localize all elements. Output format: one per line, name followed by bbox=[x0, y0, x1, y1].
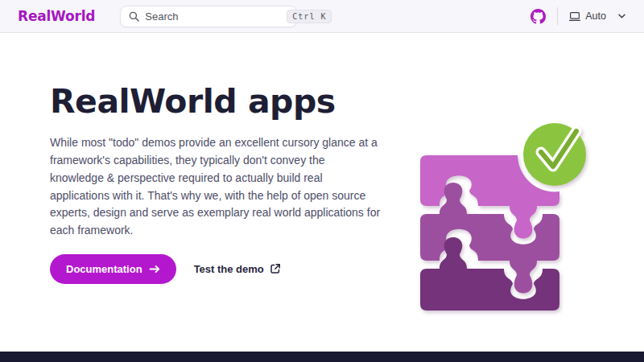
test-demo-label: Test the demo bbox=[194, 263, 264, 275]
laptop-icon bbox=[569, 11, 580, 22]
navbar-divider bbox=[557, 7, 558, 25]
github-icon[interactable] bbox=[530, 9, 546, 24]
logo[interactable]: RealWorld bbox=[18, 8, 95, 24]
footer-strip bbox=[0, 352, 644, 362]
search-shortcut-badge: Ctrl K bbox=[287, 10, 332, 23]
navbar-right: Auto bbox=[530, 7, 626, 25]
test-demo-link[interactable]: Test the demo bbox=[194, 263, 281, 275]
hero-text: RealWorld apps While most "todo" demos p… bbox=[50, 83, 388, 284]
check-circle-icon bbox=[523, 123, 586, 186]
puzzle-logo bbox=[415, 117, 604, 315]
search-icon bbox=[129, 11, 139, 22]
documentation-button[interactable]: Documentation bbox=[50, 254, 176, 284]
navbar: RealWorld Ctrl K Auto bbox=[0, 0, 644, 33]
search-box[interactable]: Ctrl K bbox=[120, 6, 297, 27]
hero-description: While most "todo" demos provide an excel… bbox=[50, 134, 382, 240]
theme-switcher[interactable]: Auto bbox=[569, 10, 626, 22]
theme-label: Auto bbox=[585, 10, 606, 22]
cta-row: Documentation Test the demo bbox=[50, 254, 388, 284]
search-input[interactable] bbox=[145, 10, 287, 23]
chevron-down-icon bbox=[617, 13, 626, 19]
page-title: RealWorld apps bbox=[50, 83, 388, 121]
external-link-icon bbox=[270, 263, 281, 274]
arrow-right-icon bbox=[149, 265, 160, 274]
documentation-button-label: Documentation bbox=[66, 263, 142, 275]
hero-section: RealWorld apps While most "todo" demos p… bbox=[0, 33, 644, 352]
